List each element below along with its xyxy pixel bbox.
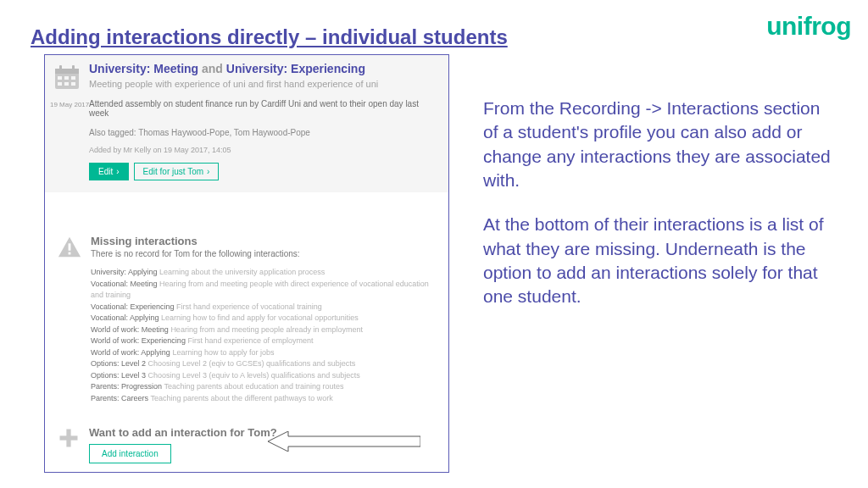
missing-list: University: Applying Learning about the …	[91, 267, 437, 404]
unifrog-logo: unifrog	[766, 12, 851, 41]
edit-for-button[interactable]: Edit for just Tom ›	[134, 163, 220, 180]
svg-rect-3	[72, 65, 75, 71]
chevron-right-icon: ›	[207, 167, 209, 176]
explainer-p2: At the bottom of their interactions is a…	[483, 213, 839, 308]
missing-item-note: Learning how to apply for jobs	[172, 348, 274, 357]
svg-rect-2	[59, 65, 62, 71]
plus-icon	[57, 426, 81, 450]
missing-item-name: Parents: Careers	[91, 394, 150, 402]
svg-rect-8	[64, 82, 69, 86]
card-date: 19 May 2017	[50, 101, 89, 108]
card-detail: Attended assembly on student finance run…	[89, 99, 440, 118]
svg-rect-13	[60, 435, 78, 440]
add-interaction-button[interactable]: Add interaction	[89, 444, 171, 463]
edit-label: Edit	[98, 167, 113, 176]
edit-for-label: Edit for just Tom	[143, 167, 204, 176]
interaction-card: University: Meeting and University: Expe…	[45, 55, 448, 192]
missing-item: World of work: Applying Learning how to …	[91, 347, 437, 359]
missing-item: University: Applying Learning about the …	[91, 267, 437, 279]
missing-item: World of work: Experiencing First hand e…	[91, 336, 437, 347]
missing-item: Vocational: Experiencing First hand expe…	[91, 302, 437, 313]
missing-item: Options: Level 3 Choosing Level 3 (equiv…	[91, 370, 437, 382]
edit-button[interactable]: Edit ›	[89, 163, 129, 180]
add-title: Want to add an interaction for Tom?	[89, 426, 277, 439]
missing-item: Parents: Progression Teaching parents ab…	[91, 381, 437, 393]
missing-item-name: Parents: Progression	[91, 382, 164, 391]
missing-item-note: Choosing Level 2 (eqiv to GCSEs) qualifi…	[148, 359, 356, 368]
calendar-icon	[53, 64, 81, 91]
svg-rect-6	[71, 76, 75, 80]
missing-item-name: Options: Level 3	[91, 371, 148, 380]
svg-rect-1	[55, 69, 79, 74]
svg-rect-10	[69, 243, 71, 250]
missing-item: Parents: Careers Teaching parents about …	[91, 393, 437, 405]
missing-item-name: Options: Level 2	[91, 359, 148, 368]
missing-item: Vocational: Applying Learning how to fin…	[91, 313, 437, 324]
missing-item: Options: Level 2 Choosing Level 2 (eqiv …	[91, 358, 437, 370]
card-title-a: University: Meeting	[89, 62, 198, 75]
missing-item-note: Teaching parents about the different pat…	[150, 394, 332, 402]
card-added-by: Added by Mr Kelly on 19 May 2017, 14:05	[89, 146, 440, 154]
missing-item-note: Learning about the university applicatio…	[159, 268, 325, 276]
warning-icon	[57, 235, 82, 260]
missing-item-name: Vocational: Meeting	[91, 280, 159, 288]
missing-item-name: Vocational: Applying	[91, 313, 161, 322]
svg-rect-11	[69, 252, 71, 255]
card-also-tagged: Also tagged: Thomas Haywood-Pope, Tom Ha…	[89, 128, 440, 137]
explainer-text: From the Recording -> Interactions secti…	[483, 97, 839, 309]
missing-item-name: World of work: Applying	[91, 348, 172, 357]
svg-rect-9	[71, 82, 75, 86]
missing-item-note: Hearing from and meeting people already …	[170, 325, 363, 334]
missing-item: World of work: Meeting Hearing from and …	[91, 324, 437, 336]
svg-rect-4	[58, 76, 62, 80]
missing-item-name: Vocational: Experiencing	[91, 302, 176, 311]
card-title: University: Meeting and University: Expe…	[89, 62, 378, 76]
missing-item-name: University: Applying	[91, 268, 159, 276]
slide-title: Adding interactions directly – individua…	[31, 25, 508, 49]
card-title-b: University: Experiencing	[226, 62, 365, 75]
card-title-and: and	[202, 62, 223, 75]
missing-item-note: Teaching parents about education and tra…	[164, 382, 343, 391]
svg-rect-5	[64, 76, 69, 80]
missing-desc: There is no record for Tom for the follo…	[91, 249, 437, 258]
missing-item-name: World of work: Experiencing	[91, 336, 187, 345]
interactions-panel: University: Meeting and University: Expe…	[44, 54, 449, 473]
missing-item-note: First hand experience of vocational trai…	[176, 302, 322, 311]
missing-interactions-section: Missing interactions There is no record …	[45, 192, 448, 413]
missing-title: Missing interactions	[91, 235, 437, 247]
svg-rect-7	[58, 82, 62, 86]
card-subtitle: Meeting people with experience of uni an…	[89, 78, 378, 91]
explainer-p1: From the Recording -> Interactions secti…	[483, 97, 839, 192]
missing-item-note: Learning how to find and apply for vocat…	[161, 313, 359, 322]
missing-item-note: First hand experience of employment	[187, 336, 313, 345]
chevron-right-icon: ›	[116, 167, 119, 176]
missing-item-note: Choosing Level 3 (equiv to A levels) qua…	[148, 371, 360, 380]
pointer-arrow	[268, 431, 420, 452]
missing-item-name: World of work: Meeting	[91, 325, 170, 334]
missing-item: Vocational: Meeting Hearing from and mee…	[91, 279, 437, 302]
